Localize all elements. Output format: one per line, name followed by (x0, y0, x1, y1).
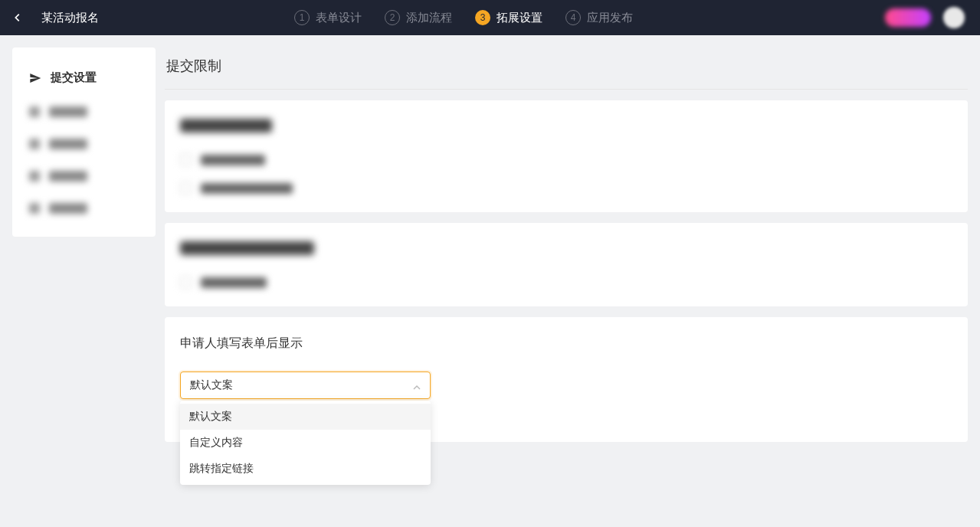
step-number: 3 (475, 10, 490, 25)
step-label: 拓展设置 (497, 11, 542, 25)
dropdown-option-custom-content[interactable]: 自定义内容 (180, 430, 431, 456)
sidebar-item-blurred-2[interactable] (12, 128, 156, 160)
dropdown-option-redirect-link[interactable]: 跳转指定链接 (180, 456, 431, 482)
blurred-option-row[interactable] (180, 277, 952, 288)
sidebar-item-label: 提交设置 (51, 70, 97, 85)
step-add-flow[interactable]: 2 添加流程 (385, 10, 452, 25)
section-title: 提交限制 (165, 47, 968, 90)
body: 提交设置 提交限制 (0, 35, 980, 465)
header-actions (885, 7, 980, 28)
card-heading: 申请人填写表单后显示 (180, 336, 952, 352)
step-extend-settings[interactable]: 3 拓展设置 (475, 10, 542, 25)
step-publish[interactable]: 4 应用发布 (565, 10, 633, 25)
checkbox-icon (180, 277, 192, 288)
card-submit-limit (165, 100, 968, 212)
step-label: 应用发布 (587, 11, 633, 25)
chevron-up-icon (413, 381, 421, 389)
step-nav: 1 表单设计 2 添加流程 3 拓展设置 4 应用发布 (294, 10, 656, 25)
step-number: 2 (385, 10, 400, 25)
sidebar-item-submit-settings[interactable]: 提交设置 (12, 60, 156, 96)
blurred-option-row[interactable] (180, 154, 952, 165)
step-label: 添加流程 (406, 11, 452, 25)
primary-action-button[interactable] (885, 8, 931, 27)
card-schedule (165, 223, 968, 306)
display-mode-select: 默认文案 默认文案 自定义内容 跳转指定链接 (180, 372, 431, 399)
checkbox-icon (180, 182, 192, 194)
card-after-submit-display: 申请人填写表单后显示 默认文案 默认文案 自定义内容 跳转指定链接 (165, 317, 968, 442)
blurred-option-row[interactable] (180, 182, 952, 194)
step-form-design[interactable]: 1 表单设计 (294, 10, 362, 25)
avatar[interactable] (943, 7, 965, 28)
sidebar-item-blurred-1[interactable] (12, 96, 156, 128)
app-header: 某活动报名 1 表单设计 2 添加流程 3 拓展设置 4 应用发布 (0, 0, 980, 35)
step-number: 1 (294, 10, 310, 25)
blurred-heading (180, 241, 314, 255)
chevron-left-icon (12, 12, 23, 23)
step-number: 4 (565, 10, 581, 25)
sidebar: 提交设置 (12, 47, 156, 237)
select-input[interactable]: 默认文案 (180, 372, 431, 399)
sidebar-item-blurred-3[interactable] (12, 160, 156, 192)
select-value: 默认文案 (190, 378, 233, 392)
blurred-heading (180, 119, 272, 133)
dropdown-option-default-text[interactable]: 默认文案 (180, 404, 431, 430)
sidebar-item-blurred-4[interactable] (12, 192, 156, 224)
main-content: 提交限制 申请人填写表单后显示 默认文案 (165, 47, 968, 453)
back-button[interactable] (0, 0, 35, 35)
page-title: 某活动报名 (41, 11, 256, 25)
paper-plane-icon (29, 72, 41, 84)
checkbox-icon (180, 154, 192, 165)
select-dropdown: 默认文案 自定义内容 跳转指定链接 (180, 401, 431, 485)
step-label: 表单设计 (316, 11, 362, 25)
